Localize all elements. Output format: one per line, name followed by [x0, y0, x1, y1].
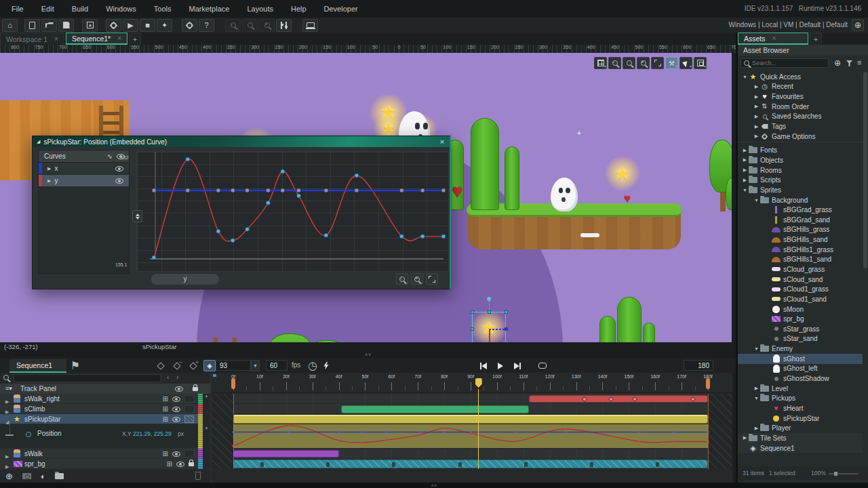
tree-item-Favourites[interactable]: ▶♥Favourites: [738, 92, 863, 102]
search-prev-icon[interactable]: ‹: [167, 373, 169, 381]
help-button[interactable]: ?: [199, 19, 214, 32]
all-tracks-eye-icon[interactable]: [175, 386, 183, 392]
layout-sliders-button[interactable]: [276, 19, 292, 32]
tree-item-Room-Order[interactable]: ▶⇅Room Order: [738, 102, 863, 112]
add-track-button[interactable]: ⊕: [5, 471, 13, 481]
track-eye-icon[interactable]: [172, 417, 180, 422]
tree-item-sBGHills_sand[interactable]: sBGHills_sand: [738, 235, 863, 245]
curve-channel-y[interactable]: ▶y: [39, 175, 129, 187]
track-row-sWalk[interactable]: ▶sWalk⊞: [0, 449, 198, 459]
zoom-reset-button[interactable]: [242, 19, 258, 32]
game-options-button[interactable]: [182, 19, 197, 32]
tree-item-sMoon[interactable]: sMoon: [738, 304, 863, 314]
asset-search-input[interactable]: [741, 58, 829, 68]
ghost-instance[interactable]: [551, 178, 578, 211]
star-instance[interactable]: ★: [605, 156, 640, 191]
tree-item-Player[interactable]: ▶Player: [738, 423, 863, 433]
chevron-right-icon[interactable]: ▶: [753, 94, 760, 100]
tree-item-sGhost[interactable]: sGhost: [738, 354, 863, 364]
selection-handle[interactable]: [471, 327, 474, 331]
chevron-right-icon[interactable]: ▶: [753, 124, 760, 129]
cactus[interactable]: [643, 323, 655, 342]
chevron-right-icon[interactable]: ▶: [742, 178, 748, 183]
play-button[interactable]: [494, 361, 507, 371]
tree-item-Game-Options[interactable]: ▶Game Options: [738, 131, 863, 142]
graph-zoom-out-button[interactable]: -: [396, 273, 408, 285]
cactus[interactable]: [505, 146, 519, 210]
chevron-right-icon[interactable]: ▶: [753, 84, 760, 89]
track-row-spr_bg[interactable]: ▶spr_bg⊞: [0, 459, 198, 469]
menu-edit[interactable]: Edit: [33, 0, 63, 18]
filter-icon[interactable]: [846, 60, 852, 66]
track-row-sClimb[interactable]: ▶sClimb⊞: [0, 404, 198, 414]
new-project-button[interactable]: [24, 19, 40, 32]
panel-divider[interactable]: [736, 33, 738, 483]
new-tab-button[interactable]: +: [129, 33, 141, 45]
track-eye-icon[interactable]: [172, 451, 180, 457]
tree-item-Objects[interactable]: ▶Objects: [738, 155, 863, 165]
keyframe-diamond[interactable]: [608, 396, 614, 401]
keyframe-add-button[interactable]: +: [187, 360, 199, 371]
collapse-handle[interactable]: [5, 434, 14, 436]
ladder[interactable]: [214, 338, 237, 342]
debug-button[interactable]: [106, 19, 121, 32]
search-next-icon[interactable]: ›: [176, 373, 178, 381]
home-button[interactable]: ⌂: [2, 19, 18, 32]
tree-item-sGhost_left[interactable]: sGhost_left: [738, 364, 863, 374]
zoom-in-button[interactable]: +: [637, 57, 650, 69]
heart-instance[interactable]: ♥: [624, 192, 631, 204]
cactus[interactable]: [599, 316, 616, 342]
menu-windows[interactable]: Windows: [97, 0, 145, 18]
keyframe-diamond[interactable]: [632, 396, 637, 401]
new-panel-tab-button[interactable]: +: [810, 33, 822, 45]
chevron-right-icon[interactable]: ▶: [742, 157, 748, 163]
timeline-bar-sWalk_right[interactable]: [529, 395, 708, 403]
chevron-right-icon[interactable]: ▶: [753, 426, 760, 431]
zoom-slider[interactable]: [829, 473, 859, 474]
contrast-icon[interactable]: ◐: [41, 472, 45, 481]
panel-splitter[interactable]: ∧∨: [0, 351, 736, 358]
go-to-end-button[interactable]: [511, 361, 524, 371]
tree-item-sCloud_grass[interactable]: sCloud_grass: [738, 264, 863, 274]
chevron-down-icon[interactable]: ▼: [753, 346, 760, 351]
tree-item-Pickups[interactable]: ▼Pickups: [738, 394, 863, 404]
zoom-in-button[interactable]: +: [259, 19, 275, 32]
graph-fit-button[interactable]: [426, 273, 438, 285]
frame-dropdown-button[interactable]: ▼: [251, 360, 260, 371]
selection-handle[interactable]: [505, 310, 508, 314]
menu-layouts[interactable]: Layouts: [238, 0, 282, 18]
loop-mode-button[interactable]: [536, 361, 549, 371]
tree-item-sStar_sand[interactable]: sStar_sand: [738, 334, 863, 344]
run-button[interactable]: ▶: [123, 19, 138, 32]
playhead-line[interactable]: [478, 389, 479, 469]
all-tracks-lock-icon[interactable]: [193, 387, 198, 391]
add-parameter-icon[interactable]: ⊞: [163, 394, 168, 404]
create-executable-button[interactable]: [82, 19, 98, 32]
tree-item-Rooms[interactable]: ▶Rooms: [738, 165, 863, 176]
menu-developer[interactable]: Developer: [315, 0, 367, 18]
zoom-slider-thumb[interactable]: [834, 472, 837, 476]
instant-playback-icon[interactable]: [320, 360, 332, 371]
tree-item-Quick-Access[interactable]: ▼★Quick Access: [738, 72, 863, 82]
curve-type-icon[interactable]: ∿: [107, 152, 113, 160]
cactus[interactable]: [471, 118, 499, 210]
chevron-right-icon[interactable]: ▶: [753, 114, 760, 119]
stop-button[interactable]: ■: [140, 19, 155, 32]
close-tab-icon[interactable]: ×: [117, 35, 121, 42]
curve-channel-x[interactable]: ▶x: [39, 163, 129, 175]
menu-help[interactable]: Help: [282, 0, 315, 18]
track-row-sWalk_right[interactable]: ▶sWalk_right⊞: [0, 394, 198, 404]
close-assets-tab-icon[interactable]: ×: [772, 35, 776, 42]
track-eye-icon[interactable]: [172, 396, 180, 402]
add-parameter-icon[interactable]: ⊞: [163, 404, 168, 414]
chevron-down-icon[interactable]: ▼: [753, 396, 760, 401]
target-manager-button[interactable]: ⊕: [852, 19, 864, 31]
menu-file[interactable]: File: [3, 0, 33, 18]
tree-item-sCloud1_grass[interactable]: sCloud1_grass: [738, 284, 863, 294]
keyframe-remove-button[interactable]: −: [171, 360, 183, 371]
chevron-right-icon[interactable]: ▶: [47, 166, 51, 171]
tree-item-spr_bg[interactable]: spr_bg: [738, 314, 863, 324]
tree-item-Recent[interactable]: ▶◷Recent: [738, 82, 863, 92]
heart-instance[interactable]: ♥: [452, 182, 463, 201]
tree-item-sCloud_sand[interactable]: sCloud_sand: [738, 274, 863, 285]
